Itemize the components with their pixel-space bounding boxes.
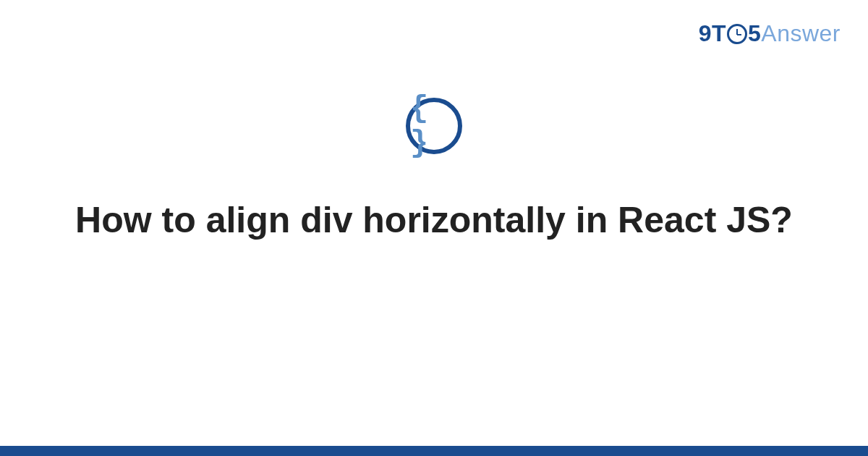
question-title: How to align div horizontally in React J…	[32, 198, 836, 243]
clock-icon	[727, 24, 747, 44]
site-logo: 9T 5 Answer	[699, 20, 841, 47]
logo-text-5: 5	[748, 20, 761, 47]
logo-text-9t: 9T	[699, 20, 726, 47]
logo-text-answer: Answer	[761, 20, 841, 47]
bottom-accent-bar	[0, 446, 868, 456]
main-content: { } How to align div horizontally in Rea…	[0, 98, 868, 243]
code-braces-icon: { }	[410, 91, 458, 161]
category-icon-circle: { }	[406, 98, 462, 154]
